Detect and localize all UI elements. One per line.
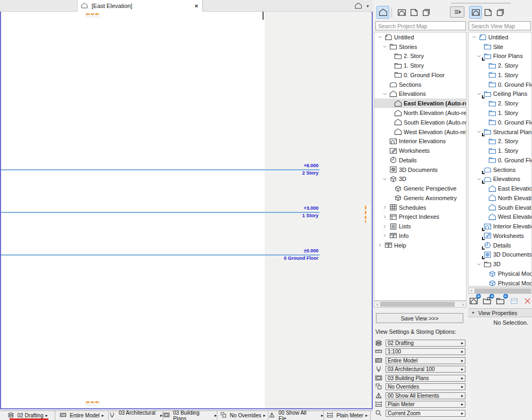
drawing-canvas[interactable]: +6.0002 Story+3.0001 Story±0.0000 Ground… [0,12,373,410]
quick-option-03-architectural[interactable]: 03 Architectural ...▸ [109,411,163,420]
layout-book-tab-icon[interactable] [407,6,420,19]
expander-open-icon[interactable] [377,34,383,40]
expander-open-icon[interactable] [476,91,482,97]
boundary-handle-right[interactable] [365,204,370,223]
tree-item-interior-elevations[interactable]: Interior Elevations [374,136,466,146]
tree-item-south-elevation-auto-rebuild-m[interactable]: South Elevation (Auto-rebuild M [374,118,466,127]
delete-view-button[interactable] [523,297,532,306]
tree-item-east-elevation[interactable]: East Elevation [469,184,531,193]
layout-book-tab-icon[interactable] [481,6,494,19]
tree-item-untitled[interactable]: Untitled [469,32,531,42]
expander-open-icon[interactable] [381,44,388,50]
tree-item-east-elevation-auto-rebuild-m[interactable]: East Elevation (Auto-rebuild M [374,98,466,108]
setting-dropdown-03-building-plans[interactable]: 03 Building Plans▸ [386,375,465,382]
setting-dropdown-1-100[interactable]: 1:100▸ [386,348,465,355]
view-map-hscrollbar[interactable]: ‹ [468,287,532,294]
tree-item-north-elevation-auto-rebuild-m[interactable]: North Elevation (Auto-rebuild M [374,108,466,118]
tree-item-1-story[interactable]: 1. Story [469,146,531,155]
document-tab[interactable]: [East Elevation] × [77,0,203,12]
setting-dropdown-02-drafting[interactable]: 02 Drafting▸ [386,340,465,347]
tree-item-schedules[interactable]: Schedules [374,203,466,212]
tree-item-interior-elevations[interactable]: Interior Elevations [469,221,531,231]
tree-item-sections[interactable]: Sections [374,80,466,89]
quick-option-03-building-plans[interactable]: 03 Building Plans▸ [163,411,217,420]
save-current-view-button[interactable]: + [469,297,478,306]
tree-item-2-story[interactable]: 2. Story [469,98,531,108]
tree-item-3d[interactable]: 3D [469,259,531,269]
tree-item-2-story[interactable]: 2. Story [469,61,531,70]
quick-option-no-overrides[interactable]: No Overrides▸ [217,411,268,420]
setting-dropdown-00-show-all-elements[interactable]: 00 Show All Elements▸ [386,392,465,399]
tree-item-physical-model-fr[interactable]: Physical Model - Fr [469,278,531,286]
tree-item-structural-plans[interactable]: Structural Plans [469,127,531,137]
save-view-button[interactable]: Save View >>> [376,313,463,323]
expander-closed-icon[interactable] [381,233,388,238]
tree-item-north-elevation[interactable]: North Elevation [469,193,531,203]
expander-closed-icon[interactable] [377,242,383,248]
tree-item-1-story[interactable]: 1. Story [469,70,531,80]
tree-item-3d[interactable]: 3D [374,174,466,184]
tree-item-3d-documents[interactable]: 3D Documents [374,165,466,175]
setting-dropdown-current-zoom[interactable]: Current Zoom▸ [386,410,465,417]
tree-item-elevations[interactable]: Elevations [374,89,466,99]
tree-item-2-story[interactable]: 2. Story [374,52,466,61]
navigator-options-button[interactable] [450,6,464,18]
tree-item-generic-axonometry[interactable]: Generic Axonometry [374,193,466,203]
tree-item-info[interactable]: Info [374,231,466,241]
close-icon[interactable]: × [194,3,199,9]
view-map-tab-icon[interactable] [469,6,482,19]
tree-item-0-ground-floor[interactable]: 0. Ground Floor [469,80,531,89]
tree-item-south-elevation[interactable]: South Elevation [469,203,531,212]
expander-open-icon[interactable] [381,91,388,97]
tree-item-help[interactable]: Help [374,241,466,250]
quick-option-02-drafting[interactable]: 02 Drafting▸ [0,411,55,420]
tree-item-floor-plans[interactable]: Floor Plans [469,52,531,61]
setting-dropdown-plain-meter[interactable]: Plain Meter▸ [386,401,465,408]
quick-option-entire-model[interactable]: Entire Model▸ [55,411,109,420]
tree-item-1-story[interactable]: 1. Story [374,61,466,70]
tree-item-sections[interactable]: Sections [469,165,531,175]
expander-open-icon[interactable] [381,176,388,182]
boundary-handle-top[interactable] [85,13,100,18]
setting-dropdown-03-architectural-100[interactable]: 03 Architectural 100▸ [386,366,465,373]
tree-item-details[interactable]: Details [469,241,531,250]
save-view-and-folder-button[interactable]: + [482,297,492,306]
tree-item-2-story[interactable]: 2. Story [469,136,531,146]
quick-option-00-show-all-ele[interactable]: 00 Show All Ele...▸ [268,411,324,420]
expander-open-icon[interactable] [471,34,477,40]
expander-open-icon[interactable] [476,261,482,267]
project-map-tab-icon[interactable] [377,6,389,19]
tree-item-worksheets[interactable]: Worksheets [469,231,531,241]
tree-item-west-elevation-auto-rebuild-mo[interactable]: West Elevation (Auto-rebuild Mo [374,127,466,137]
tree-item-elevations[interactable]: Elevations [469,174,531,184]
tree-item-site[interactable]: Site [469,42,531,52]
tree-item-ceiling-plans[interactable]: Ceiling Plans [469,89,531,99]
tree-item-1-story[interactable]: 1. Story [469,108,531,118]
setting-dropdown-entire-model[interactable]: Entire Model▸ [386,357,465,364]
publisher-tab-icon[interactable] [494,6,506,19]
panel-drag-handle[interactable] [451,3,511,4]
quick-option-plain-meter[interactable]: Plain Meter▸ [324,411,371,420]
tree-item-lists[interactable]: Lists [374,221,466,231]
tree-item-generic-perspective[interactable]: Generic Perspective [374,184,466,193]
new-folder-button[interactable]: + [496,297,505,306]
view-map-search-input[interactable] [469,21,531,30]
tree-item-0-ground-floor[interactable]: 0. Ground Floor [374,70,466,80]
tree-item-untitled[interactable]: Untitled [374,32,466,42]
expander-open-icon[interactable] [476,176,482,182]
tree-item-project-indexes[interactable]: Project Indexes [374,212,466,222]
tree-item-3d-documents[interactable]: 3D Documents [469,250,531,260]
expander-closed-icon[interactable] [381,204,388,210]
tree-item-details[interactable]: Details [374,155,466,165]
publisher-tab-icon[interactable] [420,6,432,19]
tree-item-0-ground-floor[interactable]: 0. Ground Floor [469,155,531,165]
tree-item-west-elevation[interactable]: West Elevation [469,212,531,222]
expander-closed-icon[interactable] [381,214,388,220]
setting-dropdown-no-overrides[interactable]: No Overrides▸ [386,383,465,390]
boundary-handle-bottom[interactable] [85,401,100,406]
tree-item-0-ground-floor[interactable]: 0. Ground Floor [469,118,531,127]
tab-options-button[interactable]: ▼ [344,1,372,11]
expander-open-icon[interactable] [476,129,482,135]
project-map-search-input[interactable] [375,21,466,30]
expander-open-icon[interactable] [476,53,482,59]
